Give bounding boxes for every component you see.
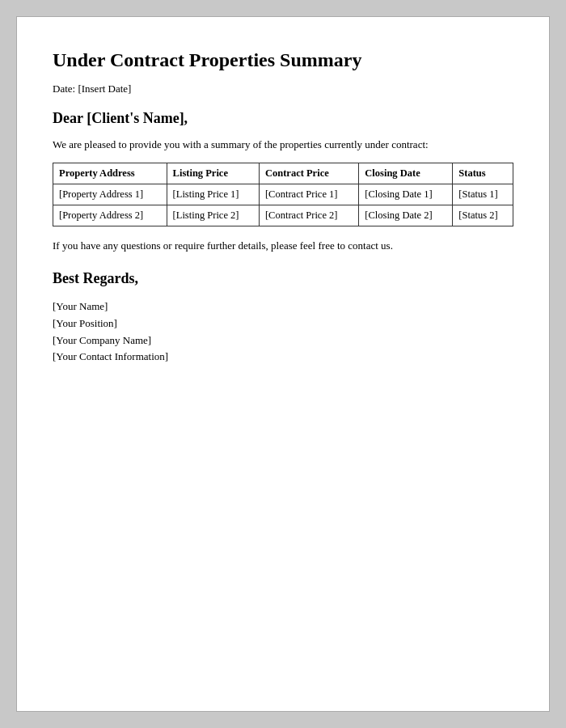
col-header-address: Property Address xyxy=(53,163,167,184)
document-page: Under Contract Properties Summary Date: … xyxy=(16,16,550,712)
salutation: Dear [Client's Name], xyxy=(53,110,513,127)
signature-block: [Your Name] [Your Position] [Your Compan… xyxy=(53,298,513,366)
signature-position: [Your Position] xyxy=(53,315,513,332)
signature-company: [Your Company Name] xyxy=(53,332,513,349)
col-header-listing-price: Listing Price xyxy=(167,163,259,184)
table-header-row: Property Address Listing Price Contract … xyxy=(53,163,513,184)
date-line: Date: [Insert Date] xyxy=(53,83,513,95)
table-body: [Property Address 1][Listing Price 1][Co… xyxy=(53,184,513,226)
table-cell: [Contract Price 2] xyxy=(259,205,358,226)
table-cell: [Property Address 1] xyxy=(53,184,167,205)
col-header-contract-price: Contract Price xyxy=(259,163,358,184)
table-header: Property Address Listing Price Contract … xyxy=(53,163,513,184)
col-header-status: Status xyxy=(453,163,513,184)
table-row: [Property Address 2][Listing Price 2][Co… xyxy=(53,205,513,226)
table-cell: [Listing Price 1] xyxy=(167,184,259,205)
document-title: Under Contract Properties Summary xyxy=(53,49,513,71)
table-cell: [Status 1] xyxy=(453,184,513,205)
regards: Best Regards, xyxy=(53,270,513,287)
table-row: [Property Address 1][Listing Price 1][Co… xyxy=(53,184,513,205)
table-cell: [Listing Price 2] xyxy=(167,205,259,226)
col-header-closing-date: Closing Date xyxy=(359,163,453,184)
intro-text: We are pleased to provide you with a sum… xyxy=(53,138,513,151)
closing-text: If you have any questions or require fur… xyxy=(53,239,513,252)
properties-table: Property Address Listing Price Contract … xyxy=(53,163,513,226)
table-cell: [Closing Date 1] xyxy=(359,184,453,205)
signature-contact: [Your Contact Information] xyxy=(53,349,513,366)
table-cell: [Contract Price 1] xyxy=(259,184,358,205)
table-cell: [Closing Date 2] xyxy=(359,205,453,226)
table-cell: [Status 2] xyxy=(453,205,513,226)
signature-name: [Your Name] xyxy=(53,298,513,315)
table-cell: [Property Address 2] xyxy=(53,205,167,226)
